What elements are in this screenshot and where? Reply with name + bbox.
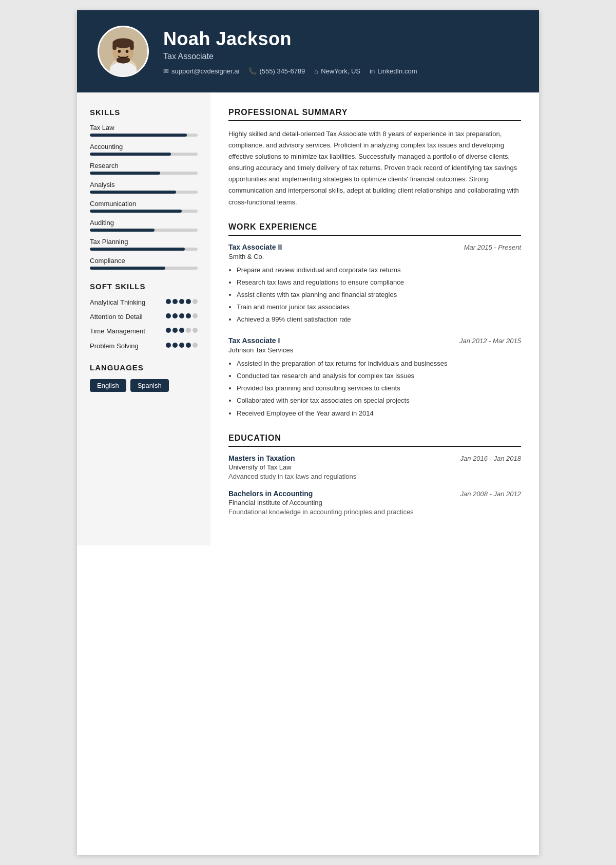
soft-skills-title: SOFT SKILLS (90, 282, 198, 291)
skill-name: Auditing (90, 219, 198, 227)
education-section: EDUCATION Masters in Taxation Jan 2016 -… (228, 434, 521, 516)
skill-bar-fill (90, 191, 176, 194)
dot (186, 343, 191, 348)
dot (179, 328, 184, 333)
header-contacts: ✉ support@cvdesigner.ai 📞 (555) 345-6789… (163, 67, 518, 75)
summary-section: PROFESSIONAL SUMMARY Highly skilled and … (228, 108, 521, 208)
skill-item: Auditing (90, 219, 198, 232)
skill-item: Analysis (90, 181, 198, 194)
contact-email: ✉ support@cvdesigner.ai (163, 67, 239, 75)
job-header: Tax Associate I Jan 2012 - Mar 2015 (228, 336, 521, 345)
body-section: SKILLS Tax Law Accounting Research Analy… (77, 92, 539, 546)
bullet: Train and mentor junior tax associates (237, 302, 521, 313)
edu-school: University of Tax Law (228, 463, 521, 471)
bullet: Provided tax planning and consulting ser… (237, 383, 521, 394)
soft-skill-item: Time Management (90, 327, 198, 336)
languages-list: EnglishSpanish (90, 379, 198, 392)
svg-point-10 (126, 50, 129, 53)
soft-skill-name: Analytical Thinking (90, 298, 166, 307)
skill-bar-fill (90, 267, 165, 270)
soft-skill-name: Problem Solving (90, 342, 166, 351)
job-title: Tax Associate II (228, 243, 282, 251)
edu-date: Jan 2016 - Jan 2018 (460, 455, 521, 462)
dots (166, 327, 198, 333)
job-item: Tax Associate I Jan 2012 - Mar 2015 John… (228, 336, 521, 419)
contact-phone: 📞 (555) 345-6789 (248, 67, 305, 75)
soft-skill-item: Attention to Detail (90, 312, 198, 322)
education-list: Masters in Taxation Jan 2016 - Jan 2018 … (228, 454, 521, 516)
skills-list: Tax Law Accounting Research Analysis Com… (90, 124, 198, 270)
dot-row (166, 343, 198, 348)
dot (186, 328, 191, 333)
skill-bar-fill (90, 229, 155, 232)
edu-school: Financial Institute of Accounting (228, 499, 521, 506)
dots (166, 342, 198, 348)
skill-name: Research (90, 162, 198, 170)
skill-bar (90, 172, 198, 175)
bullet: Prepare and review individual and corpor… (237, 265, 521, 276)
job-date: Jan 2012 - Mar 2015 (459, 337, 521, 345)
job-company: Smith & Co. (228, 253, 521, 260)
svg-rect-6 (112, 43, 117, 50)
education-item: Masters in Taxation Jan 2016 - Jan 2018 … (228, 454, 521, 480)
jobs-list: Tax Associate II Mar 2015 - Present Smit… (228, 243, 521, 419)
work-section: WORK EXPERIENCE Tax Associate II Mar 201… (228, 222, 521, 419)
languages-title: LANGUAGES (90, 363, 198, 372)
edu-desc: Foundational knowledge in accounting pri… (228, 508, 521, 516)
skill-bar (90, 248, 198, 251)
skill-name: Accounting (90, 143, 198, 151)
skill-bar-fill (90, 172, 160, 175)
skill-name: Analysis (90, 181, 198, 189)
bullet: Research tax laws and regulations to ens… (237, 277, 521, 288)
soft-skill-item: Problem Solving (90, 342, 198, 351)
dot (192, 313, 198, 318)
edu-desc: Advanced study in tax laws and regulatio… (228, 473, 521, 480)
dot (186, 313, 191, 318)
skill-name: Communication (90, 200, 198, 208)
work-title: WORK EXPERIENCE (228, 222, 521, 236)
skill-bar (90, 229, 198, 232)
dot (172, 343, 178, 348)
dot (172, 328, 178, 333)
header-info: Noah Jackson Tax Associate ✉ support@cvd… (163, 28, 518, 75)
job-company: Johnson Tax Services (228, 346, 521, 354)
header-section: Noah Jackson Tax Associate ✉ support@cvd… (77, 10, 539, 92)
dot-row (166, 299, 198, 304)
dot (166, 313, 171, 318)
bullet: Achieved a 99% client satisfaction rate (237, 314, 521, 325)
bullet: Collaborated with senior tax associates … (237, 395, 521, 406)
skill-bar (90, 210, 198, 213)
summary-title: PROFESSIONAL SUMMARY (228, 108, 521, 121)
header-title: Tax Associate (163, 52, 518, 61)
soft-skill-name: Time Management (90, 327, 166, 336)
bullet: Received Employee of the Year award in 2… (237, 408, 521, 419)
skill-item: Accounting (90, 143, 198, 156)
resume-container: Noah Jackson Tax Associate ✉ support@cvd… (77, 10, 539, 855)
skill-item: Compliance (90, 257, 198, 270)
education-title: EDUCATION (228, 434, 521, 447)
skill-bar (90, 153, 198, 156)
location-icon: ⌂ (314, 67, 318, 75)
svg-point-9 (118, 50, 121, 53)
phone-icon: 📞 (248, 67, 257, 75)
skill-bar (90, 134, 198, 137)
edu-degree: Masters in Taxation (228, 454, 295, 462)
skill-bar-fill (90, 248, 185, 251)
dots (166, 312, 198, 318)
skills-title: SKILLS (90, 108, 198, 117)
edu-degree: Bachelors in Accounting (228, 490, 313, 498)
svg-rect-7 (130, 43, 134, 50)
bullet: Assisted in the preparation of tax retur… (237, 358, 521, 369)
dot (192, 328, 198, 333)
languages-section: LANGUAGES EnglishSpanish (90, 363, 198, 392)
job-date: Mar 2015 - Present (464, 243, 521, 251)
dot-row (166, 313, 198, 318)
language-tag: Spanish (130, 379, 169, 392)
skill-item: Research (90, 162, 198, 175)
skill-item: Communication (90, 200, 198, 213)
dot (166, 299, 171, 304)
soft-skills-list: Analytical Thinking Attention to Detail … (90, 298, 198, 351)
soft-skill-item: Analytical Thinking (90, 298, 198, 307)
dot (179, 313, 184, 318)
dot (179, 299, 184, 304)
